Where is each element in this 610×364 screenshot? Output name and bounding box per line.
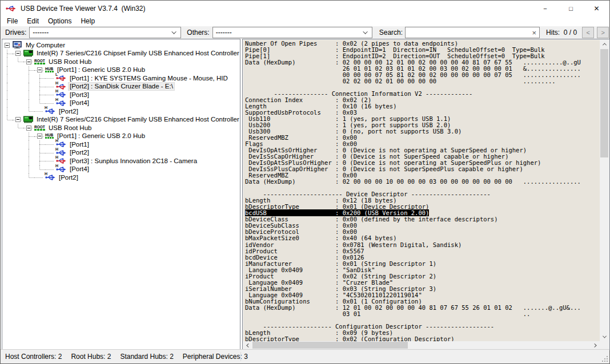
vertical-scrollbar[interactable] xyxy=(600,40,609,341)
tree-item[interactable]: H[Port2] : SanDisk Cruzer Blade - E:\ xyxy=(2,83,240,91)
close-button[interactable]: ✕ xyxy=(584,1,609,17)
menu-item-help[interactable]: Help xyxy=(76,17,99,26)
scroll-up-icon[interactable] xyxy=(600,40,609,48)
tree-item-label[interactable]: USB Root Hub xyxy=(47,58,93,66)
tree-item-label[interactable]: [Port1] : Generic USB 2.0 Hub xyxy=(56,66,146,74)
tree-item[interactable]: H[Port3] xyxy=(2,91,240,99)
tree-guide-line xyxy=(2,149,13,157)
tree-guide-line xyxy=(2,74,13,83)
search-input[interactable] xyxy=(406,28,532,37)
tree-item-label[interactable]: [Port2] xyxy=(58,174,79,181)
collapse-toggle-icon[interactable] xyxy=(15,117,21,122)
tree-item[interactable]: ROOTUSB Root Hub xyxy=(2,124,240,132)
host-controller-icon xyxy=(23,50,33,57)
tree-item-label[interactable]: [Port4] xyxy=(69,165,90,173)
tree-item[interactable]: My Computer xyxy=(2,41,240,50)
tree-item-label[interactable]: [Port1] : KYE SYSTEMS Gaming Mouse - Mou… xyxy=(69,75,229,82)
tree-item[interactable]: H[Port3] : Sunplus Innovation 2C18 - Cam… xyxy=(2,157,240,165)
tree-expand-cell xyxy=(34,66,45,75)
tree-item-label[interactable]: [Port4] xyxy=(69,99,90,107)
scroll-down-icon[interactable] xyxy=(600,333,609,341)
tree-connector xyxy=(34,83,45,91)
tree-item[interactable]: H[Port4] xyxy=(2,165,240,174)
chevron-down-icon xyxy=(172,29,176,34)
horizontal-scroll-thumb[interactable] xyxy=(252,342,408,349)
clear-search-icon[interactable]: × xyxy=(532,29,536,37)
tree-item-label[interactable]: [Port1] xyxy=(69,141,90,148)
tree-item-label[interactable]: USB Root Hub xyxy=(47,124,93,132)
tree-guide-line xyxy=(23,149,34,157)
tree-item-label[interactable]: Intel(R) 7 Series/C216 Chipset Family US… xyxy=(35,116,240,123)
next-hit-button[interactable]: > xyxy=(597,27,609,38)
collapse-toggle-icon[interactable] xyxy=(37,67,42,72)
tree-connector xyxy=(23,107,34,116)
tree-expand-cell xyxy=(13,116,23,124)
others-value: ------- xyxy=(216,29,232,37)
horizontal-scrollbar[interactable] xyxy=(243,341,600,349)
resize-grip[interactable] xyxy=(601,355,608,362)
tree-item-label[interactable]: My Computer xyxy=(25,42,66,49)
device-detail-pane[interactable]: Number Of Open Pipes : 0x02 (2 pipes to … xyxy=(242,39,610,350)
device-detail-text: Number Of Open Pipes : 0x02 (2 pipes to … xyxy=(243,40,600,341)
tree-item[interactable]: H[Port2] xyxy=(2,173,240,182)
tree-item-label[interactable]: [Port3] xyxy=(69,91,90,99)
tree-item[interactable]: Intel(R) 7 Series/C216 Chipset Family US… xyxy=(2,50,240,58)
menu-item-edit[interactable]: Edit xyxy=(22,17,43,26)
tree-item-label[interactable]: [Port2] xyxy=(69,149,90,156)
tree-item[interactable]: HUB[Port1] : Generic USB 2.0 Hub xyxy=(2,66,240,75)
tree-guide-line xyxy=(23,157,34,165)
collapse-toggle-icon[interactable] xyxy=(15,51,21,56)
status-segment: Peripheral Devices: 3 xyxy=(183,353,248,361)
collapse-toggle-icon[interactable] xyxy=(37,134,42,139)
tree-item[interactable]: H[Port1] xyxy=(2,140,240,149)
device-tree-pane[interactable]: My ComputerIntel(R) 7 Series/C216 Chipse… xyxy=(2,39,240,350)
tree-item-label[interactable]: [Port3] : Sunplus Innovation 2C18 - Came… xyxy=(69,157,198,165)
tree-guide-line xyxy=(2,99,13,108)
collapse-toggle-icon[interactable] xyxy=(26,126,31,131)
status-segment: Root Hubs: 2 xyxy=(71,353,111,361)
vertical-scroll-thumb[interactable] xyxy=(600,49,608,157)
detail-line: 03 01 .. xyxy=(245,311,600,317)
search-box: × xyxy=(405,27,540,38)
tree-item-label[interactable]: Intel(R) 7 Series/C216 Chipset Family US… xyxy=(35,50,240,57)
tree-guide-line xyxy=(2,140,13,149)
tree-item[interactable]: H[Port4] xyxy=(2,99,240,108)
tree-item[interactable]: H[Port2] xyxy=(2,149,240,157)
tree-item-label[interactable]: [Port2] xyxy=(58,108,79,115)
tree-guide-line xyxy=(2,83,13,91)
tree-connector xyxy=(34,107,45,116)
tree-item-label[interactable]: [Port2] : SanDisk Cruzer Blade - E:\ xyxy=(69,83,174,90)
detail-line: 02 02 00 02 01 00 00 00 00 ......... xyxy=(245,78,600,84)
minimize-button[interactable]: − xyxy=(532,1,558,17)
root-hub-icon: ROOT xyxy=(34,126,45,131)
tree-item[interactable]: HUB[Port1] : Generic USB 2.0 Hub xyxy=(2,132,240,141)
tree-item[interactable]: Intel(R) 7 Series/C216 Chipset Family US… xyxy=(2,116,240,124)
tree-item[interactable]: L[Port1] : KYE SYSTEMS Gaming Mouse - Mo… xyxy=(2,74,240,83)
hub-icon: HUB xyxy=(45,67,54,72)
tree-connector xyxy=(23,132,34,141)
scroll-left-icon[interactable] xyxy=(243,341,252,349)
tree-item[interactable]: H[Port2] xyxy=(2,107,240,116)
tree-connector xyxy=(45,74,56,83)
tree-guide-line xyxy=(23,99,34,108)
tree-guide-line xyxy=(13,149,23,157)
collapse-toggle-icon[interactable] xyxy=(26,59,31,64)
menu-item-options[interactable]: Options xyxy=(43,17,76,26)
others-combobox[interactable]: ------- xyxy=(212,27,372,38)
collapse-toggle-icon[interactable] xyxy=(5,43,10,48)
previous-hit-button[interactable]: < xyxy=(582,27,594,38)
tree-connector xyxy=(23,173,34,182)
drives-combobox[interactable]: ------- xyxy=(29,27,181,38)
scroll-right-icon[interactable] xyxy=(591,341,600,349)
tree-expand-cell xyxy=(13,50,23,58)
tree-guide-line xyxy=(2,58,13,66)
tree-item-label[interactable]: [Port1] : Generic USB 2.0 Hub xyxy=(56,132,146,140)
maximize-button[interactable]: □ xyxy=(558,1,584,17)
tree-guide-line xyxy=(2,173,13,182)
tree-expand-cell xyxy=(23,58,34,66)
toolbar: Drives: ------- Others: ------- Search: … xyxy=(1,26,609,39)
tree-item[interactable]: ROOTUSB Root Hub xyxy=(2,58,240,66)
tree-guide-line xyxy=(13,91,23,99)
menu-item-file[interactable]: File xyxy=(2,17,22,26)
hub-icon: HUB xyxy=(45,134,54,139)
